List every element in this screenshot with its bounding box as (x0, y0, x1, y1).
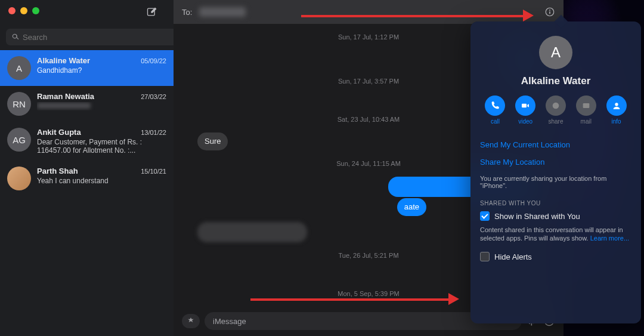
details-popover: A Alkaline Water call video share mail (470, 21, 641, 323)
video-button[interactable]: video (515, 95, 535, 125)
checkbox-icon (480, 252, 490, 261)
show-shared-checkbox[interactable]: Show in Shared with You (480, 211, 631, 221)
svg-point-2 (549, 10, 550, 11)
search-input[interactable] (6, 29, 190, 45)
zoom-window-button[interactable] (32, 7, 39, 14)
svg-rect-12 (522, 104, 527, 108)
conversation-date: 13/01/22 (141, 129, 166, 136)
popover-avatar: A (539, 36, 572, 69)
share-button: share (546, 95, 566, 125)
mail-button: mail (576, 95, 596, 125)
action-label: mail (581, 118, 592, 125)
conversation-name: Ankit Gupta (37, 128, 81, 137)
conversation-row[interactable]: AG Ankit Gupta 13/01/22 Dear Customer, P… (0, 122, 174, 161)
share-location-link[interactable]: Share My Location (480, 155, 631, 172)
popover-contact-name: Alkaline Water (480, 75, 631, 87)
avatar: AG (7, 128, 31, 152)
conversation-pane: To: Sun, 17 Jul, 1:12 PM Mau Sun, 17 Jul… (174, 0, 564, 336)
window-controls (0, 0, 174, 20)
action-label: call (491, 118, 500, 125)
svg-point-13 (553, 103, 559, 109)
checkbox-label: Hide Alerts (494, 252, 532, 261)
share-icon (551, 101, 561, 110)
location-note: You are currently sharing your location … (480, 175, 631, 189)
checkbox-icon (480, 211, 490, 221)
conversation-name: Raman Newatia (37, 92, 94, 101)
checkbox-label: Show in Shared with You (494, 212, 580, 221)
video-icon (521, 101, 530, 110)
close-window-button[interactable] (8, 7, 16, 14)
conversation-preview (37, 102, 166, 110)
info-button[interactable]: info (606, 95, 627, 125)
svg-rect-3 (549, 11, 550, 14)
outgoing-message[interactable]: aate (397, 198, 426, 216)
incoming-message[interactable]: Sure (197, 132, 228, 150)
avatar: RN (7, 92, 31, 116)
conversation-date: 05/09/22 (141, 57, 166, 64)
popover-actions: call video share mail info (480, 95, 631, 125)
conversation-date: 15/10/21 (141, 168, 166, 175)
hide-alerts-checkbox[interactable]: Hide Alerts (480, 252, 631, 261)
minimize-window-button[interactable] (20, 7, 27, 14)
conversation-header: To: (174, 0, 564, 24)
search-field[interactable] (6, 29, 168, 45)
appstore-icon (186, 316, 196, 326)
message-placeholder: iMessage (213, 317, 246, 326)
conversation-date: 27/03/22 (141, 93, 166, 100)
shared-description: Content shared in this conversation will… (480, 226, 631, 242)
person-icon (612, 101, 621, 110)
conversation-row[interactable]: A Alkaline Water 05/09/22 Gandhidham? (0, 50, 174, 86)
learn-more-link[interactable]: Learn more... (590, 235, 629, 242)
call-button[interactable]: call (485, 95, 505, 125)
conversation-preview: Yeah I can understand (37, 177, 166, 185)
conversation-name: Alkaline Water (37, 56, 90, 65)
action-label: share (548, 118, 563, 125)
search-icon (11, 32, 20, 42)
compose-button[interactable] (146, 6, 158, 20)
info-icon (544, 7, 555, 17)
svg-point-15 (615, 103, 618, 106)
action-label: info (612, 118, 621, 125)
mail-icon (581, 101, 591, 110)
conversation-row[interactable]: RN Raman Newatia 27/03/22 (0, 86, 174, 122)
conversation-list: A Alkaline Water 05/09/22 Gandhidham? RN… (0, 50, 174, 336)
details-button[interactable] (544, 7, 555, 17)
action-label: video (518, 118, 532, 125)
conversation-row[interactable]: Parth Shah 15/10/21 Yeah I can understan… (0, 161, 174, 196)
conversation-preview: Gandhidham? (37, 66, 166, 75)
avatar (7, 167, 31, 190)
svg-rect-14 (583, 103, 589, 108)
incoming-message[interactable] (197, 222, 307, 242)
shared-with-you-heading: SHARED WITH YOU (480, 200, 631, 206)
to-label: To: (182, 8, 192, 17)
phone-icon (490, 101, 500, 110)
sidebar: A Alkaline Water 05/09/22 Gandhidham? RN… (0, 0, 174, 336)
send-location-link[interactable]: Send My Current Location (480, 134, 631, 155)
avatar: A (7, 56, 31, 80)
conversation-preview: Dear Customer, Payment of Rs. : 116457.0… (37, 138, 166, 155)
apps-button[interactable] (182, 314, 200, 328)
recipient-redacted (199, 7, 246, 17)
conversation-name: Parth Shah (37, 167, 78, 175)
